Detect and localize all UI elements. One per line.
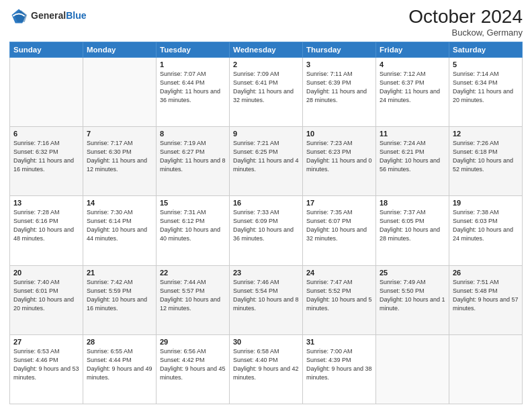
day-info: Sunrise: 7:31 AMSunset: 6:12 PMDaylight:… [160,208,226,243]
calendar-cell: 25Sunrise: 7:49 AMSunset: 5:50 PMDayligh… [376,265,449,334]
day-number: 15 [160,199,226,207]
calendar-cell: 30Sunrise: 6:58 AMSunset: 4:40 PMDayligh… [230,334,303,404]
calendar-cell: 17Sunrise: 7:35 AMSunset: 6:07 PMDayligh… [303,196,376,265]
calendar-cell: 28Sunrise: 6:55 AMSunset: 4:44 PMDayligh… [83,334,157,404]
weekday-header: Thursday [303,42,376,57]
day-info: Sunrise: 7:51 AMSunset: 5:48 PMDaylight:… [453,278,519,313]
day-info: Sunrise: 6:58 AMSunset: 4:40 PMDaylight:… [233,347,299,382]
day-info: Sunrise: 7:38 AMSunset: 6:03 PMDaylight:… [453,208,519,243]
day-number: 20 [13,269,79,277]
day-info: Sunrise: 7:42 AMSunset: 5:59 PMDaylight:… [87,278,152,313]
day-number: 4 [380,60,445,68]
day-number: 10 [306,130,372,138]
calendar-cell [376,334,449,404]
day-number: 21 [87,269,152,277]
calendar-cell: 27Sunrise: 6:53 AMSunset: 4:46 PMDayligh… [10,334,83,404]
calendar-cell: 21Sunrise: 7:42 AMSunset: 5:59 PMDayligh… [83,265,157,334]
calendar-cell: 6Sunrise: 7:16 AMSunset: 6:32 PMDaylight… [10,127,83,196]
weekday-header: Wednesday [230,42,303,57]
day-info: Sunrise: 7:09 AMSunset: 6:41 PMDaylight:… [233,70,299,105]
calendar-cell: 2Sunrise: 7:09 AMSunset: 6:41 PMDaylight… [230,57,303,126]
day-info: Sunrise: 6:55 AMSunset: 4:44 PMDaylight:… [87,347,152,382]
month-title: October 2024 [408,7,523,28]
weekday-header: Friday [376,42,449,57]
calendar-week-row: 1Sunrise: 7:07 AMSunset: 6:44 PMDaylight… [10,57,523,126]
calendar-cell [10,57,83,126]
calendar-cell: 20Sunrise: 7:40 AMSunset: 6:01 PMDayligh… [10,265,83,334]
calendar-cell: 14Sunrise: 7:30 AMSunset: 6:14 PMDayligh… [83,196,157,265]
calendar-cell: 5Sunrise: 7:14 AMSunset: 6:34 PMDaylight… [449,57,523,126]
day-info: Sunrise: 7:44 AMSunset: 5:57 PMDaylight:… [160,278,226,313]
day-number: 18 [380,199,445,207]
calendar-week-row: 6Sunrise: 7:16 AMSunset: 6:32 PMDaylight… [10,127,523,196]
day-info: Sunrise: 7:28 AMSunset: 6:16 PMDaylight:… [13,208,79,243]
day-info: Sunrise: 7:21 AMSunset: 6:25 PMDaylight:… [233,139,299,174]
calendar-cell [83,57,157,126]
calendar: SundayMondayTuesdayWednesdayThursdayFrid… [9,42,523,404]
title-block: October 2024 Buckow, Germany [408,7,523,38]
day-number: 25 [380,269,445,277]
day-info: Sunrise: 7:12 AMSunset: 6:37 PMDaylight:… [380,70,445,105]
weekday-header: Monday [83,42,157,57]
day-info: Sunrise: 7:19 AMSunset: 6:27 PMDaylight:… [160,139,226,174]
logo-general: General [31,10,66,21]
day-info: Sunrise: 7:47 AMSunset: 5:52 PMDaylight:… [306,278,372,313]
day-number: 29 [160,338,226,346]
day-number: 24 [306,269,372,277]
calendar-cell: 15Sunrise: 7:31 AMSunset: 6:12 PMDayligh… [157,196,230,265]
day-info: Sunrise: 7:40 AMSunset: 6:01 PMDaylight:… [13,278,79,313]
calendar-cell: 3Sunrise: 7:11 AMSunset: 6:39 PMDaylight… [303,57,376,126]
page: GeneralBlue October 2024 Buckow, Germany… [0,0,532,411]
calendar-cell: 11Sunrise: 7:24 AMSunset: 6:21 PMDayligh… [376,127,449,196]
calendar-cell: 9Sunrise: 7:21 AMSunset: 6:25 PMDaylight… [230,127,303,196]
calendar-cell: 1Sunrise: 7:07 AMSunset: 6:44 PMDaylight… [157,57,230,126]
day-number: 27 [13,338,79,346]
day-info: Sunrise: 6:53 AMSunset: 4:46 PMDaylight:… [13,347,79,382]
day-number: 1 [160,60,226,68]
day-number: 9 [233,130,299,138]
weekday-header: Sunday [10,42,83,57]
header: GeneralBlue October 2024 Buckow, Germany [9,7,523,38]
calendar-week-row: 13Sunrise: 7:28 AMSunset: 6:16 PMDayligh… [10,196,523,265]
logo: GeneralBlue [9,7,86,26]
day-number: 30 [233,338,299,346]
day-number: 26 [453,269,519,277]
day-number: 8 [160,130,226,138]
day-info: Sunrise: 7:26 AMSunset: 6:18 PMDaylight:… [453,139,519,174]
day-info: Sunrise: 7:37 AMSunset: 6:05 PMDaylight:… [380,208,445,243]
logo-icon [9,7,28,26]
day-number: 22 [160,269,226,277]
calendar-cell: 4Sunrise: 7:12 AMSunset: 6:37 PMDaylight… [376,57,449,126]
logo-blue: Blue [66,10,86,21]
day-number: 28 [87,338,152,346]
weekday-header: Saturday [449,42,523,57]
calendar-cell: 19Sunrise: 7:38 AMSunset: 6:03 PMDayligh… [449,196,523,265]
calendar-cell: 24Sunrise: 7:47 AMSunset: 5:52 PMDayligh… [303,265,376,334]
day-number: 6 [13,130,79,138]
day-info: Sunrise: 7:00 AMSunset: 4:39 PMDaylight:… [306,347,372,382]
day-info: Sunrise: 7:49 AMSunset: 5:50 PMDaylight:… [380,278,445,313]
calendar-cell: 26Sunrise: 7:51 AMSunset: 5:48 PMDayligh… [449,265,523,334]
calendar-cell [449,334,523,404]
calendar-week-row: 20Sunrise: 7:40 AMSunset: 6:01 PMDayligh… [10,265,523,334]
calendar-cell: 23Sunrise: 7:46 AMSunset: 5:54 PMDayligh… [230,265,303,334]
day-number: 31 [306,338,372,346]
calendar-cell: 12Sunrise: 7:26 AMSunset: 6:18 PMDayligh… [449,127,523,196]
day-info: Sunrise: 6:56 AMSunset: 4:42 PMDaylight:… [160,347,226,382]
day-number: 16 [233,199,299,207]
logo-text: GeneralBlue [31,11,86,21]
calendar-cell: 29Sunrise: 6:56 AMSunset: 4:42 PMDayligh… [157,334,230,404]
day-info: Sunrise: 7:46 AMSunset: 5:54 PMDaylight:… [233,278,299,313]
day-info: Sunrise: 7:16 AMSunset: 6:32 PMDaylight:… [13,139,79,174]
calendar-cell: 7Sunrise: 7:17 AMSunset: 6:30 PMDaylight… [83,127,157,196]
calendar-week-row: 27Sunrise: 6:53 AMSunset: 4:46 PMDayligh… [10,334,523,404]
day-number: 12 [453,130,519,138]
day-info: Sunrise: 7:24 AMSunset: 6:21 PMDaylight:… [380,139,445,174]
day-info: Sunrise: 7:35 AMSunset: 6:07 PMDaylight:… [306,208,372,243]
day-number: 3 [306,60,372,68]
weekday-header: Tuesday [157,42,230,57]
weekday-header-row: SundayMondayTuesdayWednesdayThursdayFrid… [10,42,523,57]
day-number: 23 [233,269,299,277]
day-number: 2 [233,60,299,68]
calendar-cell: 8Sunrise: 7:19 AMSunset: 6:27 PMDaylight… [157,127,230,196]
